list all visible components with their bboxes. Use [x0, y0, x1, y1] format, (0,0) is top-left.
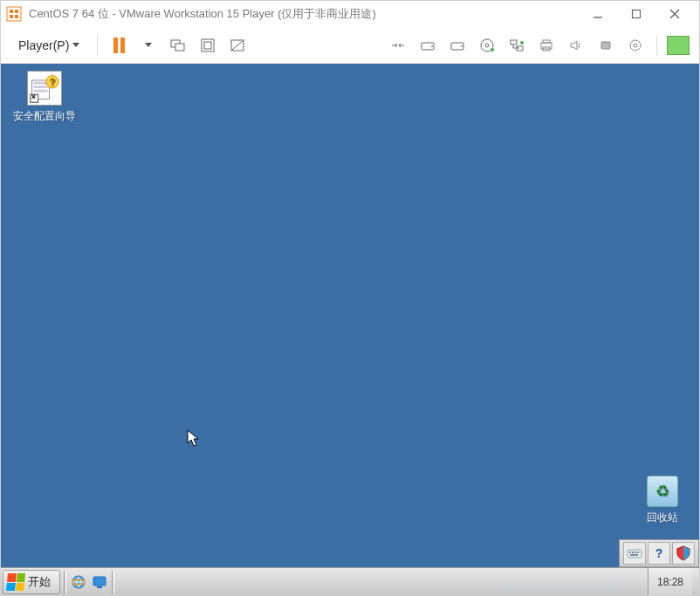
svg-rect-39	[635, 551, 636, 553]
svg-point-22	[520, 41, 524, 45]
svg-point-27	[630, 40, 641, 51]
system-tray: https://blog.csdn.net/qq_4090 18:28	[641, 568, 699, 596]
svg-rect-24	[543, 40, 550, 43]
player-menu[interactable]: Player(P)	[10, 35, 88, 56]
unity-mode-button[interactable]	[225, 33, 250, 58]
svg-point-17	[491, 48, 494, 51]
hard-disk-2-icon[interactable]	[445, 33, 470, 58]
start-label: 开始	[28, 574, 51, 590]
desktop-icon-label: 安全配置向导	[10, 109, 79, 124]
svg-point-16	[485, 44, 489, 47]
svg-rect-31	[33, 86, 47, 88]
usb-icon[interactable]	[594, 33, 618, 58]
quicklaunch-desktop-icon[interactable]	[89, 572, 110, 593]
svg-rect-44	[93, 577, 106, 586]
svg-point-14	[461, 45, 463, 47]
svg-text:?: ?	[50, 77, 56, 87]
svg-rect-30	[33, 82, 47, 85]
svg-rect-8	[204, 42, 211, 49]
security-shield-icon[interactable]	[672, 542, 695, 565]
svg-rect-36	[628, 550, 642, 558]
vmware-player-icon	[6, 6, 22, 22]
svg-rect-26	[601, 42, 610, 49]
network-adapter-icon[interactable]	[386, 33, 410, 58]
separator	[656, 35, 657, 56]
svg-rect-7	[202, 39, 214, 51]
minimize-button[interactable]	[579, 2, 617, 26]
svg-rect-32	[33, 90, 47, 92]
watermark-text: https://blog.csdn.net/qq_4090	[491, 579, 629, 590]
guest-taskbar: 开始 https://blog.csdn.net/qq_4090 18:28	[1, 567, 699, 595]
svg-rect-41	[630, 554, 638, 556]
network-icon[interactable]	[504, 33, 529, 58]
separator	[97, 35, 98, 56]
start-button[interactable]: 开始	[3, 570, 60, 594]
recycle-bin-icon: ♻	[647, 476, 678, 507]
separator	[64, 571, 66, 593]
power-dropdown[interactable]	[136, 33, 161, 58]
titlebar: CentOS 7 64 位 - VMware Workstation 15 Pl…	[1, 1, 699, 27]
svg-rect-18	[511, 40, 517, 45]
maximize-button[interactable]	[617, 2, 655, 26]
guest-deskband: ?	[619, 539, 699, 567]
keyboard-indicator-icon[interactable]	[623, 542, 646, 565]
svg-rect-0	[7, 7, 21, 21]
security-wizard-icon: ?	[27, 71, 62, 106]
svg-line-10	[232, 41, 243, 50]
send-ctrl-alt-del-button[interactable]	[166, 33, 190, 58]
enter-fullscreen-button[interactable]	[196, 33, 220, 58]
svg-rect-45	[97, 586, 102, 588]
desktop-icon-security-wizard[interactable]: ? 安全配置向导	[10, 71, 79, 124]
clock-text: 18:28	[657, 576, 683, 588]
svg-rect-38	[632, 551, 634, 553]
player-toolbar: Player(P)	[1, 27, 699, 64]
svg-rect-2	[633, 10, 641, 18]
guest-desktop[interactable]: ? 安全配置向导 ♻ 回收站 ? 开始	[1, 64, 699, 595]
windows-flag-icon	[6, 573, 25, 591]
desktop-icon-label: 回收站	[636, 510, 689, 525]
quicklaunch-ie-icon[interactable]	[68, 572, 89, 593]
svg-point-12	[431, 45, 433, 47]
svg-rect-40	[637, 551, 639, 553]
mouse-cursor-icon	[187, 429, 201, 449]
manage-button[interactable]	[623, 33, 648, 58]
sound-icon[interactable]	[564, 33, 588, 58]
printer-icon[interactable]	[534, 33, 559, 58]
svg-rect-37	[629, 551, 631, 553]
desktop-icon-recycle-bin[interactable]: ♻ 回收站	[636, 476, 689, 525]
svg-rect-6	[175, 44, 184, 51]
cycle-multiple-monitors-button[interactable]	[666, 33, 690, 58]
pause-vm-button[interactable]	[106, 33, 131, 58]
separator	[112, 571, 114, 593]
help-icon[interactable]: ?	[648, 542, 670, 565]
close-button[interactable]	[655, 2, 694, 26]
chevron-down-icon	[72, 43, 79, 47]
cd-dvd-icon[interactable]	[475, 33, 499, 58]
window-title: CentOS 7 64 位 - VMware Workstation 15 Pl…	[29, 6, 579, 22]
svg-point-28	[634, 44, 637, 47]
chevron-down-icon	[145, 43, 152, 47]
taskbar-clock[interactable]: 18:28	[648, 568, 692, 596]
hard-disk-icon[interactable]	[415, 33, 440, 58]
player-menu-label: Player(P)	[18, 38, 69, 52]
